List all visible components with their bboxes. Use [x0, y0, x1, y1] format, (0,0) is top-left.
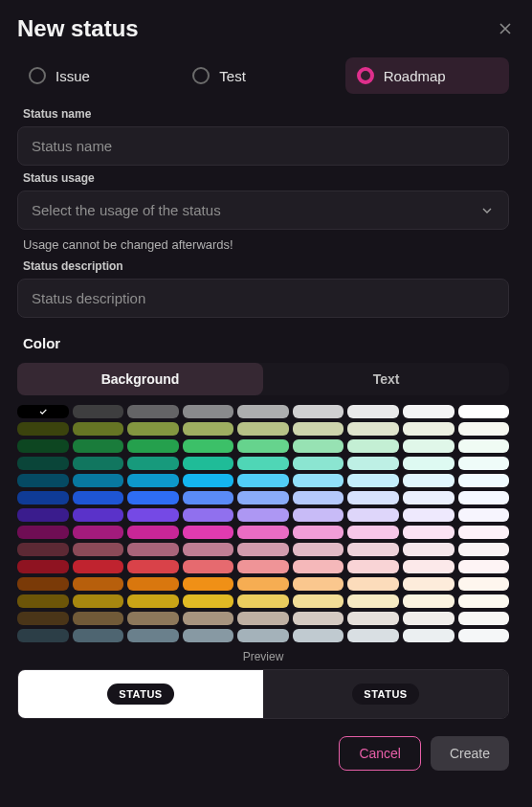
color-swatch[interactable] — [347, 612, 399, 625]
color-swatch[interactable] — [403, 560, 454, 573]
color-swatch[interactable] — [127, 508, 179, 522]
color-swatch[interactable] — [458, 439, 510, 453]
color-swatch[interactable] — [17, 594, 69, 608]
color-swatch[interactable] — [183, 526, 234, 539]
color-swatch[interactable] — [458, 422, 510, 436]
color-swatch[interactable] — [17, 474, 69, 487]
color-swatch[interactable] — [73, 526, 124, 539]
color-swatch[interactable] — [403, 491, 454, 504]
color-swatch[interactable] — [237, 491, 289, 504]
color-swatch[interactable] — [73, 594, 124, 608]
color-swatch[interactable] — [403, 543, 454, 556]
color-swatch[interactable] — [403, 422, 454, 436]
color-swatch[interactable] — [458, 405, 510, 418]
color-swatch[interactable] — [237, 439, 289, 453]
color-swatch[interactable] — [237, 474, 289, 487]
radio-issue[interactable]: Issue — [17, 57, 181, 94]
color-swatch[interactable] — [237, 526, 289, 539]
color-swatch[interactable] — [127, 474, 179, 487]
color-swatch[interactable] — [17, 543, 69, 556]
color-swatch[interactable] — [73, 508, 124, 522]
color-swatch[interactable] — [347, 474, 399, 487]
color-swatch[interactable] — [403, 629, 454, 642]
color-swatch[interactable] — [293, 560, 344, 573]
color-swatch[interactable] — [73, 491, 124, 504]
color-swatch[interactable] — [403, 612, 454, 625]
radio-roadmap[interactable]: Roadmap — [345, 57, 509, 94]
color-swatch[interactable] — [237, 560, 289, 573]
color-swatch[interactable] — [17, 491, 69, 504]
color-swatch[interactable] — [458, 594, 510, 608]
color-swatch[interactable] — [127, 526, 179, 539]
color-swatch[interactable] — [237, 543, 289, 556]
color-swatch[interactable] — [127, 457, 179, 470]
color-swatch[interactable] — [237, 422, 289, 436]
color-swatch[interactable] — [183, 612, 234, 625]
cancel-button[interactable]: Cancel — [339, 736, 421, 771]
color-swatch[interactable] — [237, 508, 289, 522]
color-swatch[interactable] — [403, 405, 454, 418]
color-swatch[interactable] — [127, 405, 179, 418]
create-button[interactable]: Create — [431, 736, 509, 771]
color-swatch[interactable] — [73, 629, 124, 642]
color-swatch[interactable] — [17, 508, 69, 522]
color-swatch[interactable] — [73, 560, 124, 573]
color-swatch[interactable] — [183, 629, 234, 642]
close-icon[interactable] — [496, 19, 515, 38]
color-swatch[interactable] — [183, 577, 234, 591]
color-swatch[interactable] — [183, 457, 234, 470]
color-swatch[interactable] — [293, 508, 344, 522]
color-swatch[interactable] — [183, 422, 234, 436]
modal-scroll-area[interactable]: Issue Test Roadmap Status name Status us… — [17, 57, 515, 804]
color-swatch[interactable] — [347, 491, 399, 504]
color-swatch[interactable] — [17, 405, 69, 418]
color-swatch[interactable] — [293, 439, 344, 453]
toggle-background[interactable]: Background — [17, 363, 263, 395]
color-swatch[interactable] — [73, 612, 124, 625]
color-swatch[interactable] — [237, 457, 289, 470]
color-swatch[interactable] — [73, 474, 124, 487]
color-swatch[interactable] — [403, 526, 454, 539]
color-swatch[interactable] — [458, 629, 510, 642]
color-swatch[interactable] — [127, 560, 179, 573]
color-swatch[interactable] — [127, 491, 179, 504]
color-swatch[interactable] — [293, 422, 344, 436]
color-swatch[interactable] — [458, 474, 510, 487]
color-swatch[interactable] — [183, 491, 234, 504]
color-swatch[interactable] — [347, 508, 399, 522]
color-swatch[interactable] — [73, 439, 124, 453]
color-swatch[interactable] — [237, 594, 289, 608]
color-swatch[interactable] — [17, 439, 69, 453]
color-swatch[interactable] — [17, 612, 69, 625]
color-swatch[interactable] — [127, 612, 179, 625]
color-swatch[interactable] — [127, 629, 179, 642]
color-swatch[interactable] — [183, 543, 234, 556]
color-swatch[interactable] — [403, 457, 454, 470]
color-swatch[interactable] — [73, 577, 124, 591]
color-swatch[interactable] — [237, 577, 289, 591]
color-swatch[interactable] — [183, 560, 234, 573]
color-swatch[interactable] — [17, 457, 69, 470]
color-swatch[interactable] — [347, 422, 399, 436]
color-swatch[interactable] — [347, 439, 399, 453]
color-swatch[interactable] — [347, 405, 399, 418]
color-swatch[interactable] — [17, 577, 69, 591]
color-swatch[interactable] — [293, 629, 344, 642]
color-swatch[interactable] — [237, 629, 289, 642]
toggle-text[interactable]: Text — [263, 363, 509, 395]
color-swatch[interactable] — [293, 491, 344, 504]
color-swatch[interactable] — [347, 560, 399, 573]
color-swatch[interactable] — [183, 405, 234, 418]
color-swatch[interactable] — [347, 594, 399, 608]
color-swatch[interactable] — [347, 457, 399, 470]
status-usage-select[interactable]: Select the usage of the status — [17, 191, 509, 230]
color-swatch[interactable] — [293, 543, 344, 556]
color-swatch[interactable] — [403, 577, 454, 591]
color-swatch[interactable] — [237, 612, 289, 625]
color-swatch[interactable] — [73, 422, 124, 436]
color-swatch[interactable] — [458, 560, 510, 573]
color-swatch[interactable] — [347, 577, 399, 591]
color-swatch[interactable] — [73, 543, 124, 556]
color-swatch[interactable] — [293, 577, 344, 591]
color-swatch[interactable] — [458, 526, 510, 539]
